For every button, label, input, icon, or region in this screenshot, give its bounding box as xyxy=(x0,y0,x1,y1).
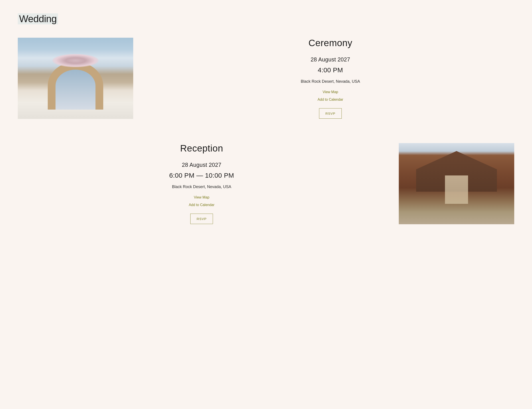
reception-image xyxy=(399,143,514,224)
ceremony-date: 28 August 2027 xyxy=(311,56,350,63)
page-title[interactable]: Wedding xyxy=(18,13,58,24)
reception-view-map-link[interactable]: View Map xyxy=(194,195,209,200)
reception-rsvp-button[interactable]: RSVP xyxy=(190,214,213,224)
ceremony-title: Ceremony xyxy=(308,38,352,48)
ceremony-rsvp-button[interactable]: RSVP xyxy=(319,108,342,119)
ceremony-details: Ceremony 28 August 2027 4:00 PM Black Ro… xyxy=(147,33,514,123)
ceremony-add-calendar-link[interactable]: Add to Calendar xyxy=(317,98,343,102)
reception-time: 6:00 PM — 10:00 PM xyxy=(169,172,234,179)
reception-location: Black Rock Desert, Nevada, USA xyxy=(172,184,231,189)
reception-title: Reception xyxy=(180,143,223,154)
ceremony-section: Ceremony 28 August 2027 4:00 PM Black Ro… xyxy=(18,33,514,123)
ceremony-time: 4:00 PM xyxy=(318,66,343,74)
reception-section: Reception 28 August 2027 6:00 PM — 10:00… xyxy=(18,139,514,228)
ceremony-location: Black Rock Desert, Nevada, USA xyxy=(301,79,360,84)
ceremony-view-map-link[interactable]: View Map xyxy=(323,90,338,94)
reception-add-calendar-link[interactable]: Add to Calendar xyxy=(189,203,215,207)
ceremony-image xyxy=(18,38,133,119)
reception-date: 28 August 2027 xyxy=(182,162,221,168)
reception-details: Reception 28 August 2027 6:00 PM — 10:00… xyxy=(18,139,385,228)
